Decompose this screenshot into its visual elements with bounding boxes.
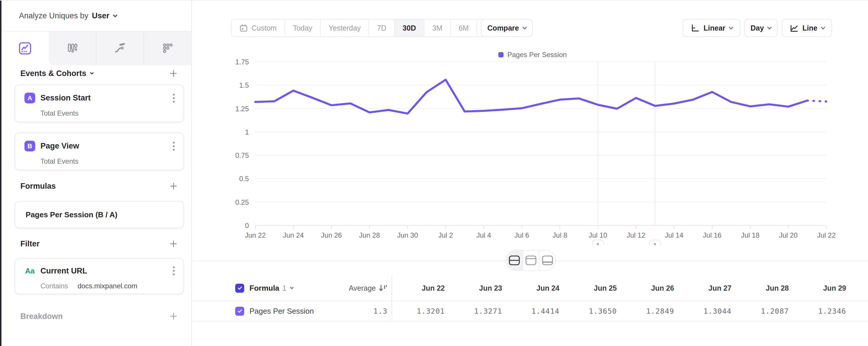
layout-toggle-group	[506, 250, 556, 271]
cell-value: 1.3650	[564, 307, 621, 315]
sort-icon	[379, 284, 388, 292]
date-column-header: Jun 23	[450, 284, 507, 292]
bar-chart-icon	[65, 41, 79, 55]
svg-text:Jul 4: Jul 4	[476, 231, 491, 239]
analyze-label: Analyze Uniques by	[19, 11, 89, 20]
filter-value[interactable]: docs.mixpanel.com	[78, 282, 137, 290]
chevron-down-icon	[821, 25, 826, 29]
kebab-menu-icon[interactable]	[172, 141, 175, 151]
range-option-custom[interactable]: Custom	[232, 20, 284, 36]
retention-grid-icon	[161, 41, 175, 55]
add-filter-button[interactable]	[169, 239, 178, 249]
calendar-icon	[240, 24, 248, 32]
kebab-menu-icon[interactable]	[172, 266, 175, 276]
uniques-entity-dropdown[interactable]: User	[89, 11, 117, 20]
svg-text:Jul 22: Jul 22	[817, 231, 836, 239]
range-option-30d[interactable]: 30D	[394, 20, 424, 36]
formula-card[interactable]: Pages Per Session (B / A)	[14, 201, 184, 228]
event-metric[interactable]: Total Events	[15, 151, 183, 166]
add-breakdown-button[interactable]	[169, 312, 178, 321]
range-option-yesterday[interactable]: Yesterday	[320, 20, 369, 36]
svg-text:0.25: 0.25	[235, 198, 249, 206]
date-range-group: CustomTodayYesterday7D30D3M6M12M	[231, 19, 508, 37]
cell-value: 1.4414	[507, 307, 564, 315]
series-checkbox[interactable]	[235, 307, 244, 316]
chart-view-icon	[525, 255, 537, 266]
filter-operator[interactable]: Contains	[40, 282, 68, 290]
svg-text:Jun 26: Jun 26	[321, 231, 342, 239]
svg-text:Jul 12: Jul 12	[627, 231, 645, 239]
annotation-badge[interactable]: 1	[649, 240, 660, 245]
string-type-icon: Aa	[25, 266, 35, 276]
split-view-icon	[508, 255, 521, 266]
table-row: Pages Per Session 1.3 1.32011.32711.4414…	[192, 300, 868, 321]
filter-section-header: Filter	[3, 237, 193, 250]
event-card-page-view[interactable]: B Page View Total Events	[14, 133, 184, 170]
interval-dropdown[interactable]: Day	[744, 19, 777, 37]
chart-type-dropdown[interactable]: Line	[782, 19, 832, 37]
range-option-3m[interactable]: 3M	[424, 20, 450, 36]
formula-dropdown[interactable]: Formula 1	[249, 284, 337, 293]
chevron-down-icon	[522, 25, 527, 29]
cell-value: 1.2849	[621, 307, 679, 315]
filter-property-name: Current URL	[40, 266, 172, 276]
average-sort-header[interactable]: Average	[337, 284, 388, 292]
formula-label: Formula	[249, 284, 279, 293]
scale-dropdown[interactable]: Linear	[683, 19, 740, 37]
uniques-entity-value: User	[92, 11, 110, 20]
svg-text:Jul 18: Jul 18	[741, 231, 760, 239]
svg-text:1.75: 1.75	[235, 58, 249, 66]
cell-value: 1.3201	[392, 307, 450, 315]
event-metric[interactable]: Total Events	[15, 104, 183, 117]
svg-text:0.5: 0.5	[239, 175, 249, 183]
tab-funnels[interactable]	[49, 31, 96, 65]
svg-text:1.25: 1.25	[235, 105, 249, 113]
linear-axis-icon	[690, 23, 700, 33]
layout-chart-button[interactable]	[523, 251, 539, 270]
svg-text:Jul 6: Jul 6	[514, 231, 529, 239]
chart-type-label: Line	[803, 24, 817, 32]
line-chart[interactable]: 1.751.51.2510.750.50.250Jun 22Jun 24Jun …	[192, 44, 868, 245]
query-builder-sidebar: Analyze Uniques by User	[1, 1, 192, 346]
compare-button[interactable]: Compare	[481, 19, 533, 37]
range-option-6m[interactable]: 6M	[450, 20, 477, 36]
event-letter-badge: A	[25, 93, 35, 104]
svg-text:Jul 14: Jul 14	[665, 231, 683, 239]
date-column-header: Jun 24	[507, 284, 564, 292]
event-name: Page View	[40, 142, 172, 150]
range-option-today[interactable]: Today	[284, 20, 320, 36]
tab-insights[interactable]	[1, 31, 49, 65]
svg-text:Jun 30: Jun 30	[397, 231, 418, 239]
annotation-badge[interactable]: 1	[592, 240, 603, 245]
chevron-down-icon	[290, 285, 294, 289]
date-columns-header: Jun 22Jun 23Jun 24Jun 25Jun 26Jun 27Jun …	[392, 276, 851, 300]
series-name: Pages Per Session	[249, 307, 337, 316]
layout-table-button[interactable]	[539, 251, 555, 270]
add-event-button[interactable]	[169, 69, 178, 78]
tab-retention[interactable]	[144, 31, 191, 65]
interval-label: Day	[751, 24, 764, 32]
svg-text:Jul 10: Jul 10	[589, 231, 607, 239]
breakdown-section-title: Breakdown	[20, 312, 63, 321]
add-formula-button[interactable]	[169, 181, 178, 191]
compare-label: Compare	[487, 24, 519, 32]
svg-text:Jun 28: Jun 28	[359, 231, 380, 239]
svg-text:Jun 22: Jun 22	[245, 231, 266, 239]
insights-chart-icon	[18, 41, 32, 55]
range-option-7d[interactable]: 7D	[369, 20, 394, 36]
event-card-session-start[interactable]: A Session Start Total Events	[14, 84, 184, 122]
scale-label: Linear	[704, 24, 725, 32]
cell-value: 1.3271	[450, 307, 507, 315]
svg-text:1.5: 1.5	[239, 81, 249, 89]
tab-flows[interactable]	[96, 31, 144, 65]
kebab-menu-icon[interactable]	[172, 93, 175, 104]
events-section-title[interactable]: Events & Cohorts	[20, 69, 93, 78]
layout-split-button[interactable]	[506, 251, 523, 270]
formulas-section-title: Formulas	[20, 182, 56, 191]
filter-card-current-url[interactable]: Aa Current URL Contains docs.mixpanel.co…	[14, 258, 184, 294]
svg-text:0.75: 0.75	[235, 151, 249, 159]
report-type-tabbar	[1, 31, 191, 65]
select-all-checkbox[interactable]	[235, 284, 244, 293]
svg-text:0: 0	[245, 222, 249, 230]
date-column-header: Jun 29	[794, 284, 851, 292]
